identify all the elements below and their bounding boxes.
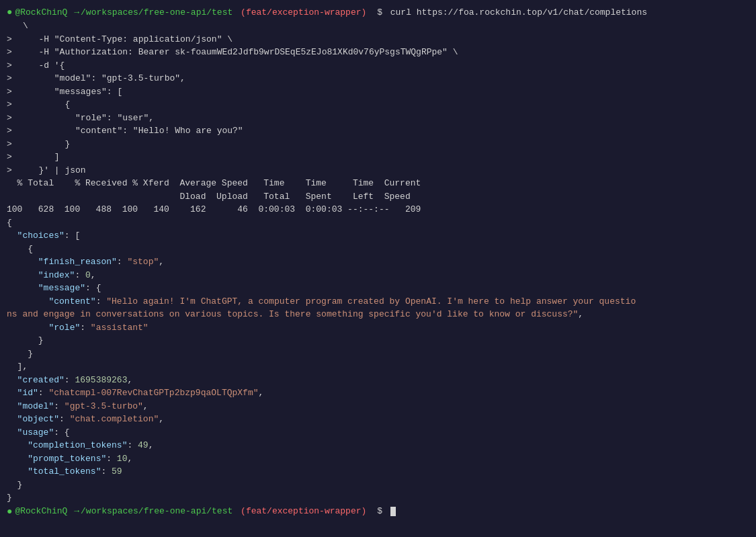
bottom-prompt-path: /workspaces/free-one-api/test [81,505,233,518]
cmd-line-authorization: > -H "Authorization: Bearer sk-foaumWEd2… [7,46,749,59]
cmd-line-content: > "content": "Hello! Who are you?" [7,124,749,138]
json-prompt-tokens: "prompt_tokens": 10, [7,452,749,466]
cmd-line-d-open: > -d '{ [7,59,749,73]
cmd-line-backslash: \ [7,19,749,33]
json-choices-open: "choices": [ [7,229,749,243]
prompt-branch: (feat/exception-wrapper) [235,6,366,19]
json-created: "created": 1695389263, [7,374,749,387]
json-total-tokens: "total_tokens": 59 [7,465,749,479]
cmd-line-obj-close: > } [7,138,749,151]
bottom-prompt-branch: (feat/exception-wrapper) [235,505,366,518]
json-usage-open: "usage": { [7,426,749,440]
cmd-line-model: > "model": "gpt-3.5-turbo", [7,72,749,85]
prompt-path: /workspaces/free-one-api/test [81,6,233,19]
json-role: "role": "assistant" [7,321,749,335]
bottom-prompt-line: ● @RockChinQ → /workspaces/free-one-api/… [7,505,749,519]
json-close-brace: } [7,491,749,505]
prompt-dollar: $ [372,6,387,19]
json-content-line2: ns and engage in conversations on variou… [7,308,749,321]
cursor [390,507,396,516]
json-completion-tokens: "completion_tokens": 49, [7,439,749,452]
prompt-dot: ● [7,5,12,19]
cmd-line-messages-open: > "messages": [ [7,85,749,99]
curl-stats-header2: Dload Upload Total Spent Left Speed [7,190,749,204]
cmd-line-array-open: > { [7,98,749,112]
json-choice-open: { [7,243,749,256]
bottom-prompt-dollar: $ [372,505,387,518]
json-object: "object": "chat.completion", [7,413,749,426]
bottom-prompt-dot: ● [7,505,12,519]
json-usage-close: } [7,479,749,492]
prompt-username: @RockChinQ [15,6,67,19]
cmd-line-arr-close: > ] [7,151,749,164]
json-id: "id": "chatcmpl-007RevChatGPTp2bzp9qaOLT… [7,386,749,400]
bottom-prompt-username: @RockChinQ [15,505,67,518]
cmd-line-role: > "role": "user", [7,112,749,125]
json-model: "model": "gpt-3.5-turbo", [7,400,749,413]
json-open-brace: { [7,216,749,230]
json-message-open: "message": { [7,282,749,295]
json-choices-close: ], [7,360,749,374]
cmd-line-d-close: > }' | json [7,164,749,177]
json-content-line1: "content": "Hello again! I'm ChatGPT, a … [7,295,749,308]
cmd-line-content-type: > -H "Content-Type: application/json" \ [7,33,749,46]
json-finish-reason: "finish_reason": "stop", [7,255,749,269]
prompt-command: curl https://foa.rockchin.top/v1/chat/co… [390,6,647,19]
json-choice-close: } [7,347,749,361]
terminal: ● @RockChinQ → /workspaces/free-one-api/… [0,0,756,537]
curl-stats-data: 100 628 100 488 100 140 162 46 0:00:03 0… [7,203,749,216]
json-message-close: } [7,334,749,347]
prompt-arrow: → [69,6,79,19]
curl-stats-header1: % Total % Received % Xferd Average Speed… [7,177,749,190]
json-index: "index": 0, [7,269,749,282]
prompt-line: ● @RockChinQ → /workspaces/free-one-api/… [7,5,749,19]
bottom-prompt-arrow: → [69,505,79,518]
